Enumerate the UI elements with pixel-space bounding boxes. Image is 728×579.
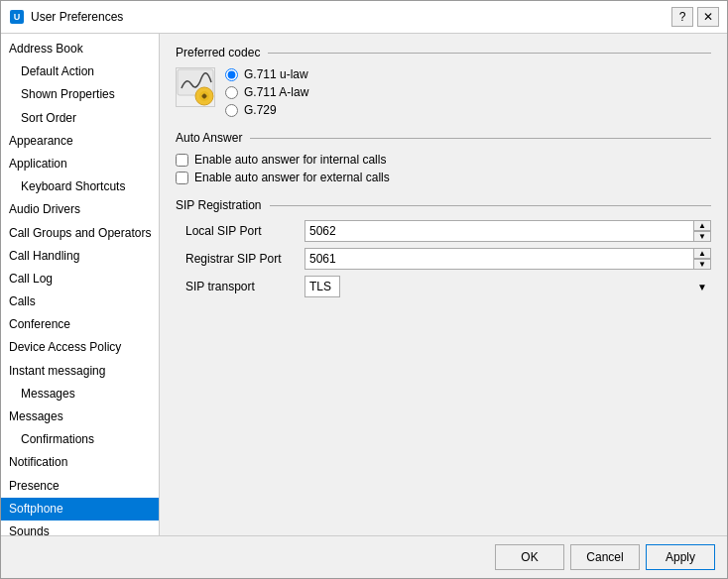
sidebar-item-shown-properties[interactable]: Shown Properties <box>1 83 159 106</box>
sidebar-item-confirmations[interactable]: Confirmations <box>1 428 159 451</box>
apply-button[interactable]: Apply <box>646 544 715 570</box>
sidebar-item-sounds[interactable]: Sounds <box>1 521 159 535</box>
user-preferences-window: U User Preferences ? ✕ Address BookDefau… <box>0 0 728 579</box>
sidebar-item-audio-drivers[interactable]: Audio Drivers <box>1 198 159 221</box>
registrar-sip-down[interactable]: ▼ <box>693 259 711 270</box>
sidebar-item-application[interactable]: Application <box>1 153 159 175</box>
auto-answer-external-label: Enable auto answer for external calls <box>194 171 390 184</box>
codec-g729-radio[interactable] <box>225 104 238 117</box>
local-sip-row: Local SIP Port ▲ ▼ <box>176 220 711 242</box>
auto-answer-internal-checkbox[interactable] <box>176 154 188 167</box>
registrar-sip-row: Registrar SIP Port ▲ ▼ <box>176 248 711 270</box>
sidebar-item-calls[interactable]: Calls <box>1 290 159 313</box>
codec-g729-option[interactable]: G.729 <box>225 103 308 117</box>
sidebar-item-sort-order[interactable]: Sort Order <box>1 107 159 130</box>
auto-answer-section: Auto Answer Enable auto answer for inter… <box>176 131 711 184</box>
sidebar-item-default-action[interactable]: Default Action <box>1 60 159 83</box>
local-sip-spin: ▲ ▼ <box>693 220 711 242</box>
sip-transport-row: SIP transport TLS TCP UDP ▼ <box>176 276 711 297</box>
codec-g729-label: G.729 <box>244 103 277 117</box>
sidebar-item-call-groups[interactable]: Call Groups and Operators <box>1 222 159 245</box>
sidebar-item-notification[interactable]: Notification <box>1 451 159 474</box>
sip-registration-section: SIP Registration Local SIP Port ▲ ▼ Regi… <box>176 198 711 297</box>
codec-alaw-option[interactable]: G.711 A-law <box>225 85 308 99</box>
auto-answer-external-checkbox[interactable] <box>176 172 188 184</box>
codec-alaw-radio[interactable] <box>225 86 238 99</box>
registrar-sip-input[interactable] <box>304 248 711 270</box>
local-sip-label: Local SIP Port <box>176 224 304 238</box>
preferred-codec-section: Preferred codec <box>176 46 711 117</box>
sidebar-item-messages[interactable]: Messages <box>1 383 159 405</box>
sidebar-item-appearance[interactable]: Appearance <box>1 130 159 153</box>
sidebar-item-call-handling[interactable]: Call Handling <box>1 245 159 268</box>
codec-ulaw-label: G.711 u-law <box>244 67 308 81</box>
registrar-sip-label: Registrar SIP Port <box>176 252 304 266</box>
codec-alaw-label: G.711 A-law <box>244 85 308 99</box>
main-panel: Preferred codec <box>160 34 727 535</box>
preferred-codec-label: Preferred codec <box>176 46 260 59</box>
sip-transport-select-wrap: TLS TCP UDP ▼ <box>304 276 711 297</box>
codec-ulaw-radio[interactable] <box>225 68 238 81</box>
svg-text:U: U <box>14 12 21 22</box>
sidebar-item-call-log[interactable]: Call Log <box>1 268 159 290</box>
auto-answer-internal-option[interactable]: Enable auto answer for internal calls <box>176 153 711 167</box>
sidebar-item-device-access[interactable]: Device Access Policy <box>1 336 159 359</box>
auto-answer-header: Auto Answer <box>176 131 711 145</box>
sidebar-item-instant-messaging[interactable]: Instant messaging <box>1 360 159 383</box>
footer: OK Cancel Apply <box>1 535 727 578</box>
sidebar: Address BookDefault ActionShown Properti… <box>1 34 160 535</box>
app-icon: U <box>9 9 25 25</box>
sidebar-item-address-book[interactable]: Address Book <box>1 38 159 60</box>
select-arrow-icon: ▼ <box>697 282 707 292</box>
auto-answer-internal-label: Enable auto answer for internal calls <box>194 153 386 167</box>
registrar-sip-input-wrap: ▲ ▼ <box>304 248 711 270</box>
local-sip-input[interactable] <box>304 220 711 242</box>
local-sip-input-wrap: ▲ ▼ <box>304 220 711 242</box>
title-bar-buttons: ? ✕ <box>671 7 719 27</box>
close-button[interactable]: ✕ <box>697 7 719 27</box>
codec-area: G.711 u-law G.711 A-law G.729 <box>176 67 711 117</box>
preferred-codec-header: Preferred codec <box>176 46 711 59</box>
title-bar-left: U User Preferences <box>9 9 123 25</box>
svg-point-5 <box>202 94 206 98</box>
codec-ulaw-option[interactable]: G.711 u-law <box>225 67 308 81</box>
registrar-sip-spin: ▲ ▼ <box>693 248 711 270</box>
content-area: Address BookDefault ActionShown Properti… <box>1 34 727 535</box>
sidebar-item-conference[interactable]: Conference <box>1 313 159 336</box>
sip-transport-label: SIP transport <box>176 280 304 293</box>
ok-button[interactable]: OK <box>495 544 564 570</box>
registrar-sip-up[interactable]: ▲ <box>693 248 711 259</box>
auto-answer-label: Auto Answer <box>176 131 242 145</box>
sidebar-item-keyboard-shortcuts[interactable]: Keyboard Shortcuts <box>1 175 159 198</box>
local-sip-down[interactable]: ▼ <box>693 231 711 242</box>
sidebar-item-messages-top[interactable]: Messages <box>1 405 159 428</box>
codec-options: G.711 u-law G.711 A-law G.729 <box>225 67 308 117</box>
title-bar: U User Preferences ? ✕ <box>1 1 727 34</box>
sidebar-item-softphone[interactable]: Softphone <box>1 498 159 521</box>
help-button[interactable]: ? <box>671 7 693 27</box>
sip-transport-select[interactable]: TLS TCP UDP <box>304 276 340 297</box>
auto-answer-external-option[interactable]: Enable auto answer for external calls <box>176 171 711 184</box>
window-title: User Preferences <box>31 10 123 24</box>
sip-registration-label: SIP Registration <box>176 198 262 212</box>
codec-icon <box>176 67 215 107</box>
sidebar-item-presence[interactable]: Presence <box>1 475 159 498</box>
sip-registration-header: SIP Registration <box>176 198 711 212</box>
cancel-button[interactable]: Cancel <box>570 544 640 570</box>
local-sip-up[interactable]: ▲ <box>693 220 711 231</box>
